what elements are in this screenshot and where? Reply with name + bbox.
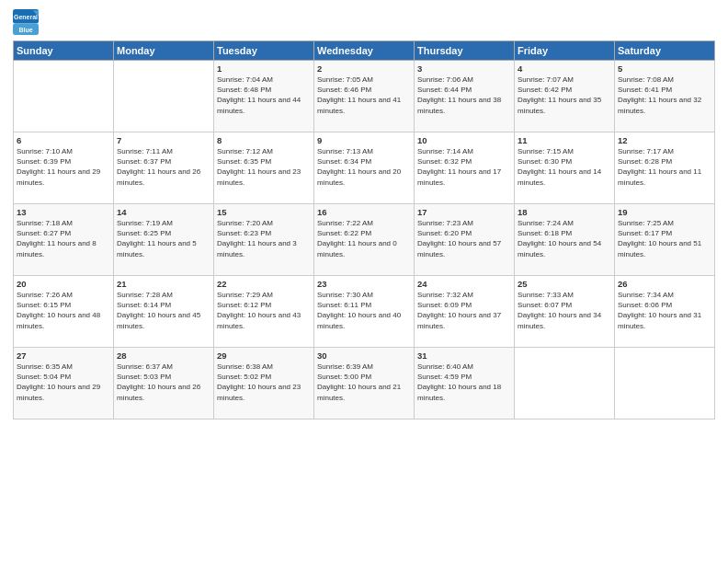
day-cell: 3Sunrise: 7:06 AM Sunset: 6:44 PM Daylig… (415, 61, 515, 132)
day-number: 31 (417, 350, 511, 361)
day-info: Sunrise: 7:05 AM Sunset: 6:46 PM Dayligh… (317, 75, 411, 116)
day-number: 16 (317, 207, 411, 217)
day-info: Sunrise: 7:18 AM Sunset: 6:27 PM Dayligh… (17, 218, 110, 259)
weekday-header-thursday: Thursday (415, 41, 515, 61)
day-info: Sunrise: 7:07 AM Sunset: 6:42 PM Dayligh… (518, 75, 611, 116)
day-cell: 1Sunrise: 7:04 AM Sunset: 6:48 PM Daylig… (214, 61, 314, 132)
day-number: 9 (317, 135, 411, 145)
day-info: Sunrise: 7:25 AM Sunset: 6:17 PM Dayligh… (618, 218, 711, 259)
week-row-2: 6Sunrise: 7:10 AM Sunset: 6:39 PM Daylig… (14, 132, 715, 204)
day-info: Sunrise: 7:33 AM Sunset: 6:07 PM Dayligh… (518, 290, 611, 331)
weekday-header-friday: Friday (515, 41, 615, 61)
weekday-header-row: SundayMondayTuesdayWednesdayThursdayFrid… (14, 41, 715, 61)
day-cell: 17Sunrise: 7:23 AM Sunset: 6:20 PM Dayli… (415, 204, 515, 276)
day-info: Sunrise: 7:11 AM Sunset: 6:37 PM Dayligh… (117, 146, 210, 188)
day-cell: 9Sunrise: 7:13 AM Sunset: 6:34 PM Daylig… (314, 132, 415, 204)
day-info: Sunrise: 6:40 AM Sunset: 4:59 PM Dayligh… (417, 362, 511, 403)
day-number: 14 (117, 207, 210, 217)
svg-text:General: General (14, 14, 38, 20)
week-row-1: 1Sunrise: 7:04 AM Sunset: 6:48 PM Daylig… (14, 61, 715, 132)
day-number: 11 (518, 135, 611, 145)
day-info: Sunrise: 7:12 AM Sunset: 6:35 PM Dayligh… (217, 146, 311, 188)
week-row-4: 20Sunrise: 7:26 AM Sunset: 6:15 PM Dayli… (14, 276, 715, 348)
day-info: Sunrise: 7:34 AM Sunset: 6:06 PM Dayligh… (618, 290, 711, 331)
day-cell (14, 61, 114, 132)
day-info: Sunrise: 7:23 AM Sunset: 6:20 PM Dayligh… (417, 218, 511, 259)
day-number: 26 (618, 279, 711, 289)
logo-icon: General Blue (13, 9, 39, 35)
day-cell: 4Sunrise: 7:07 AM Sunset: 6:42 PM Daylig… (515, 61, 615, 132)
day-cell: 7Sunrise: 7:11 AM Sunset: 6:37 PM Daylig… (114, 132, 214, 204)
day-number: 2 (317, 63, 411, 74)
day-cell (615, 348, 715, 419)
day-cell: 29Sunrise: 6:38 AM Sunset: 5:02 PM Dayli… (214, 348, 314, 419)
day-number: 5 (618, 63, 711, 74)
day-number: 7 (117, 135, 210, 145)
day-info: Sunrise: 6:35 AM Sunset: 5:04 PM Dayligh… (17, 362, 110, 403)
day-info: Sunrise: 7:26 AM Sunset: 6:15 PM Dayligh… (17, 290, 110, 331)
day-number: 30 (317, 350, 411, 361)
day-number: 4 (518, 63, 611, 74)
day-number: 10 (417, 135, 511, 145)
day-cell: 26Sunrise: 7:34 AM Sunset: 6:06 PM Dayli… (615, 276, 715, 348)
day-info: Sunrise: 6:38 AM Sunset: 5:02 PM Dayligh… (217, 362, 311, 403)
day-number: 12 (618, 135, 711, 145)
day-info: Sunrise: 7:06 AM Sunset: 6:44 PM Dayligh… (417, 75, 511, 116)
week-row-3: 13Sunrise: 7:18 AM Sunset: 6:27 PM Dayli… (14, 204, 715, 276)
day-cell (114, 61, 214, 132)
day-cell: 14Sunrise: 7:19 AM Sunset: 6:25 PM Dayli… (114, 204, 214, 276)
day-cell: 6Sunrise: 7:10 AM Sunset: 6:39 PM Daylig… (14, 132, 114, 204)
weekday-header-monday: Monday (114, 41, 214, 61)
day-info: Sunrise: 7:17 AM Sunset: 6:28 PM Dayligh… (618, 146, 711, 188)
day-number: 27 (17, 350, 110, 361)
day-info: Sunrise: 7:28 AM Sunset: 6:14 PM Dayligh… (117, 290, 210, 331)
day-info: Sunrise: 7:15 AM Sunset: 6:30 PM Dayligh… (518, 146, 611, 188)
day-number: 8 (217, 135, 311, 145)
day-number: 3 (417, 63, 511, 74)
day-info: Sunrise: 7:24 AM Sunset: 6:18 PM Dayligh… (518, 218, 611, 259)
day-info: Sunrise: 7:10 AM Sunset: 6:39 PM Dayligh… (17, 146, 110, 188)
day-number: 6 (17, 135, 110, 145)
weekday-header-saturday: Saturday (615, 41, 715, 61)
day-info: Sunrise: 7:13 AM Sunset: 6:34 PM Dayligh… (317, 146, 411, 188)
day-number: 17 (417, 207, 511, 217)
day-cell: 25Sunrise: 7:33 AM Sunset: 6:07 PM Dayli… (515, 276, 615, 348)
day-number: 23 (317, 279, 411, 289)
weekday-header-tuesday: Tuesday (214, 41, 314, 61)
day-cell: 28Sunrise: 6:37 AM Sunset: 5:03 PM Dayli… (114, 348, 214, 419)
day-cell: 10Sunrise: 7:14 AM Sunset: 6:32 PM Dayli… (415, 132, 515, 204)
day-info: Sunrise: 7:20 AM Sunset: 6:23 PM Dayligh… (217, 218, 311, 259)
day-info: Sunrise: 7:30 AM Sunset: 6:11 PM Dayligh… (317, 290, 411, 331)
weekday-header-wednesday: Wednesday (314, 41, 415, 61)
day-info: Sunrise: 7:04 AM Sunset: 6:48 PM Dayligh… (217, 75, 311, 116)
day-number: 19 (618, 207, 711, 217)
day-cell (515, 348, 615, 419)
day-number: 21 (117, 279, 210, 289)
day-number: 24 (417, 279, 511, 289)
day-number: 1 (217, 63, 311, 74)
svg-text:Blue: Blue (18, 27, 32, 33)
day-info: Sunrise: 7:08 AM Sunset: 6:41 PM Dayligh… (618, 75, 711, 116)
day-info: Sunrise: 7:14 AM Sunset: 6:32 PM Dayligh… (417, 146, 511, 188)
day-cell: 5Sunrise: 7:08 AM Sunset: 6:41 PM Daylig… (615, 61, 715, 132)
weekday-header-sunday: Sunday (14, 41, 114, 61)
calendar-container: General Blue SundayMondayTuesdayWednesda… (0, 0, 728, 563)
day-cell: 13Sunrise: 7:18 AM Sunset: 6:27 PM Dayli… (14, 204, 114, 276)
header: General Blue (13, 9, 715, 35)
day-cell: 23Sunrise: 7:30 AM Sunset: 6:11 PM Dayli… (314, 276, 415, 348)
day-cell: 30Sunrise: 6:39 AM Sunset: 5:00 PM Dayli… (314, 348, 415, 419)
day-cell: 2Sunrise: 7:05 AM Sunset: 6:46 PM Daylig… (314, 61, 415, 132)
day-cell: 24Sunrise: 7:32 AM Sunset: 6:09 PM Dayli… (415, 276, 515, 348)
day-number: 20 (17, 279, 110, 289)
day-number: 15 (217, 207, 311, 217)
logo: General Blue (13, 9, 39, 35)
day-cell: 22Sunrise: 7:29 AM Sunset: 6:12 PM Dayli… (214, 276, 314, 348)
day-cell: 16Sunrise: 7:22 AM Sunset: 6:22 PM Dayli… (314, 204, 415, 276)
day-info: Sunrise: 7:32 AM Sunset: 6:09 PM Dayligh… (417, 290, 511, 331)
day-cell: 21Sunrise: 7:28 AM Sunset: 6:14 PM Dayli… (114, 276, 214, 348)
day-info: Sunrise: 6:37 AM Sunset: 5:03 PM Dayligh… (117, 362, 210, 403)
day-number: 13 (17, 207, 110, 217)
day-info: Sunrise: 7:29 AM Sunset: 6:12 PM Dayligh… (217, 290, 311, 331)
day-cell: 19Sunrise: 7:25 AM Sunset: 6:17 PM Dayli… (615, 204, 715, 276)
day-cell: 27Sunrise: 6:35 AM Sunset: 5:04 PM Dayli… (14, 348, 114, 419)
